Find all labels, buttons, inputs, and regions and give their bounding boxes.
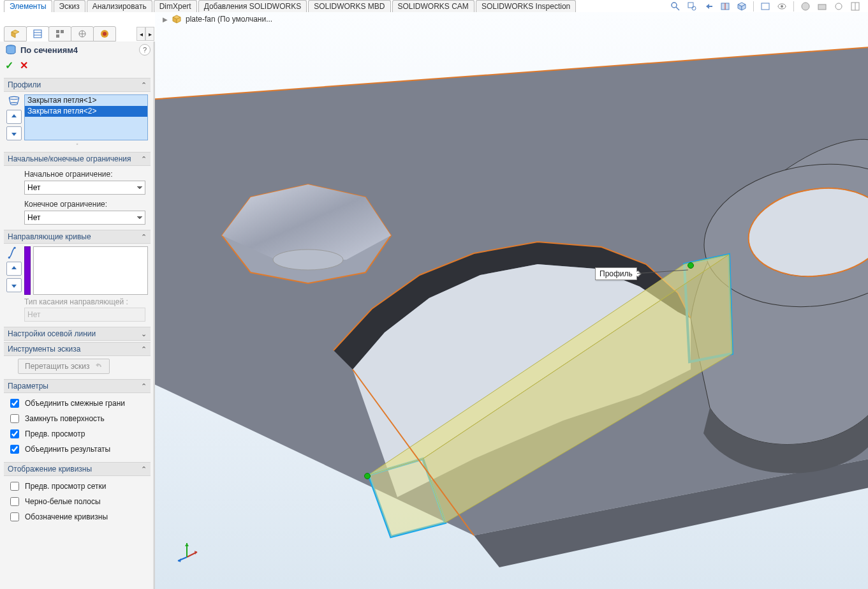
svg-rect-17 xyxy=(56,30,59,33)
group-profiles-header[interactable]: Профили ⌃ xyxy=(4,78,151,92)
chevron-up-icon: ⌃ xyxy=(141,382,147,391)
profile-connector-dot[interactable] xyxy=(688,262,694,269)
scene-icon[interactable] xyxy=(816,1,828,12)
cm-tab-sketch[interactable]: Эскиз xyxy=(54,0,85,12)
cm-tab-cam[interactable]: SOLIDWORKS CAM xyxy=(392,0,474,12)
edit-appearance-icon[interactable] xyxy=(799,1,812,12)
svg-point-8 xyxy=(781,5,783,8)
group-sketch-tools: Инструменты эскиза ⌃ Перетащить эскиз xyxy=(4,342,151,378)
pm-splitter[interactable] xyxy=(153,41,154,589)
profile-move-down-button[interactable] xyxy=(6,126,22,140)
cm-tab-label: SOLIDWORKS MBD xyxy=(314,2,385,11)
group-curvature-display-header[interactable]: Отображение кривизны ⌃ xyxy=(4,462,151,476)
start-constraint-select[interactable]: Нет xyxy=(24,181,145,195)
merge-faces-checkbox[interactable] xyxy=(10,399,19,408)
svg-point-34 xyxy=(273,250,343,270)
pm-cancel-button[interactable]: ✕ xyxy=(20,59,28,71)
cm-tab-features[interactable]: Элементы xyxy=(4,0,52,12)
fm-tab-nav: ◂ ▸ xyxy=(136,27,154,41)
separator xyxy=(793,1,794,11)
drag-sketch-label: Перетащить эскиз xyxy=(25,362,90,371)
breadcrumb: ▶ plate-fan (По умолчани... xyxy=(159,12,272,26)
group-title: Параметры xyxy=(8,382,48,391)
undo-icon xyxy=(94,362,103,371)
svg-rect-19 xyxy=(56,34,59,38)
merge-faces-label: Объединить смежные грани xyxy=(25,399,125,408)
cm-tab-evaluate[interactable]: Анализировать xyxy=(87,0,152,12)
fm-tab-next[interactable]: ▸ xyxy=(145,27,154,41)
svg-rect-18 xyxy=(61,30,64,33)
group-title: Направляющие кривые xyxy=(8,232,91,241)
guide-move-down-button[interactable] xyxy=(6,278,22,292)
preview-checkbox[interactable] xyxy=(10,429,19,438)
guide-tangency-select: Нет xyxy=(24,308,145,322)
feature-manager-tabs: ◂ ▸ xyxy=(4,26,154,42)
display-pane-icon[interactable] xyxy=(849,1,862,12)
zoom-fit-icon[interactable] xyxy=(669,1,682,12)
view-orientation-icon[interactable] xyxy=(735,1,748,12)
profile-label: Закрытая петля<1> xyxy=(27,96,97,105)
pm-title-row: По сечениям4 ? xyxy=(4,41,151,57)
svg-point-0 xyxy=(672,3,677,8)
merge-result-checkbox[interactable] xyxy=(10,445,19,454)
pm-ok-button[interactable]: ✓ xyxy=(5,59,13,71)
cm-tab-inspection[interactable]: SOLIDWORKS Inspection xyxy=(476,0,576,12)
cm-tab-mbd[interactable]: SOLIDWORKS MBD xyxy=(308,0,390,12)
view-settings-icon[interactable] xyxy=(832,1,845,12)
display-style-icon[interactable] xyxy=(759,1,772,12)
chevron-up-icon: ⌃ xyxy=(141,233,147,241)
hide-show-icon[interactable] xyxy=(776,1,788,12)
separator xyxy=(753,1,754,11)
group-sketch-tools-header[interactable]: Инструменты эскиза ⌃ xyxy=(4,342,151,356)
mesh-preview-checkbox[interactable] xyxy=(10,482,19,491)
profile-callout-label: Профиль xyxy=(600,269,633,278)
zoom-area-icon[interactable] xyxy=(686,1,698,12)
3d-viewport[interactable]: Профиль xyxy=(155,12,868,589)
profile-callout[interactable]: Профиль xyxy=(595,267,637,280)
profile-item[interactable]: Закрытая петля<1> xyxy=(25,95,147,106)
fm-tab-dimxpert-manager[interactable] xyxy=(71,26,94,41)
svg-marker-46 xyxy=(185,543,189,546)
group-title: Инструменты эскиза xyxy=(8,345,80,354)
cm-tab-label: SOLIDWORKS Inspection xyxy=(482,2,570,11)
fm-tab-feature-tree[interactable] xyxy=(4,26,27,41)
pm-help-button[interactable]: ? xyxy=(139,44,151,56)
profile-move-up-button[interactable] xyxy=(6,110,22,124)
group-title: Профили xyxy=(8,80,41,89)
listbox-resize-grip[interactable]: ◦ xyxy=(6,140,148,147)
curvature-mark-checkbox[interactable] xyxy=(10,512,19,521)
start-constraint-label: Начальное ограничение: xyxy=(6,168,148,181)
fm-tab-configuration-manager[interactable] xyxy=(48,26,71,41)
cm-tab-addins[interactable]: Добавления SOLIDWORKS xyxy=(198,0,307,12)
guide-move-up-button[interactable] xyxy=(6,262,22,276)
section-view-icon[interactable] xyxy=(719,1,732,12)
guide-tangency-label: Тип касания направляющей : xyxy=(6,295,148,308)
part-icon xyxy=(172,14,182,24)
zebra-stripes-label: Черно-белые полосы xyxy=(25,497,101,506)
fm-tab-prev[interactable]: ◂ xyxy=(136,27,145,41)
group-guide-curves-header[interactable]: Направляющие кривые ⌃ xyxy=(4,230,151,244)
breadcrumb-expand-icon[interactable]: ▶ xyxy=(163,16,168,23)
preview-label: Предв. просмотр xyxy=(25,429,85,438)
view-toolbar xyxy=(669,0,862,12)
svg-rect-14 xyxy=(34,30,41,38)
svg-point-31 xyxy=(13,247,15,249)
group-constraints-header[interactable]: Начальные/конечные ограничения ⌃ xyxy=(4,152,151,166)
guide-curves-listbox[interactable] xyxy=(33,246,148,295)
cm-tab-label: Элементы xyxy=(10,2,47,11)
close-surface-checkbox[interactable] xyxy=(10,414,19,423)
group-options-header[interactable]: Параметры ⌃ xyxy=(4,379,151,393)
group-title: Отображение кривизны xyxy=(8,465,92,473)
previous-view-icon[interactable] xyxy=(702,1,715,12)
drag-sketch-button[interactable]: Перетащить эскиз xyxy=(18,359,110,374)
profiles-listbox[interactable]: Закрытая петля<1> Закрытая петля<2> xyxy=(24,94,148,140)
svg-point-30 xyxy=(8,257,10,258)
group-centerline-header[interactable]: Настройки осевой линии ⌄ xyxy=(4,327,151,341)
end-constraint-select[interactable]: Нет xyxy=(24,211,145,225)
zebra-stripes-checkbox[interactable] xyxy=(10,497,19,506)
fm-tab-display-manager[interactable] xyxy=(93,26,116,41)
cm-tab-dimxpert[interactable]: DimXpert xyxy=(154,0,197,12)
fm-tab-property-manager[interactable] xyxy=(26,26,49,41)
profile-item[interactable]: Закрытая петля<2> xyxy=(25,106,147,117)
profile-connector-dot[interactable] xyxy=(364,473,371,479)
